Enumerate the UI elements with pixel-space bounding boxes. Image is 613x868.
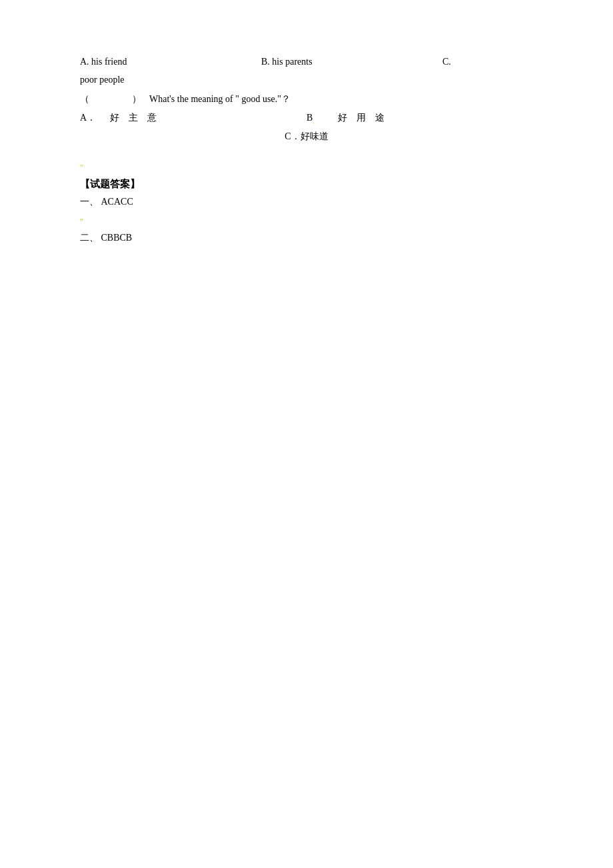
answer-part1: 一、 ACACC bbox=[80, 193, 533, 210]
section-title: 【试题答案】 bbox=[80, 175, 533, 193]
cn-option-a: A． 好 主 意 bbox=[80, 109, 306, 127]
option-c-text: C. bbox=[442, 53, 533, 70]
quote1: " bbox=[80, 162, 83, 172]
part1-label: 一、 bbox=[80, 197, 99, 207]
poor-people-text: poor people bbox=[80, 75, 124, 85]
question-line: （ ） What's the meaning of " good use."？ bbox=[80, 91, 533, 107]
answer-part2: 二、 CBBCB bbox=[80, 229, 533, 246]
part2-value: CBBCB bbox=[101, 233, 133, 243]
b-dot: . bbox=[312, 117, 314, 124]
cn-a-char3: 意 bbox=[147, 113, 157, 123]
question-text: What's the meaning of " good use."？ bbox=[149, 91, 533, 107]
cn-b-char1: 好 bbox=[338, 113, 347, 123]
cn-b-label: B. bbox=[306, 113, 324, 123]
part2-label: 二、 bbox=[80, 233, 99, 243]
bracket-open: （ bbox=[80, 91, 89, 107]
answer-title-text: 【试题答案】 bbox=[80, 179, 140, 189]
options-row-1: A. his friend B. his parents C. bbox=[80, 53, 533, 70]
cn-option-c-row: C．好味道 bbox=[80, 128, 533, 145]
cn-b-char3: 途 bbox=[375, 113, 384, 123]
cn-a-char1: 好 bbox=[110, 113, 119, 123]
cn-option-b: B. 好 用 途 bbox=[306, 109, 533, 127]
quote-mark-2: " bbox=[80, 213, 533, 229]
bracket-close: ） bbox=[132, 91, 141, 107]
part1-value: ACACC bbox=[101, 197, 133, 207]
cn-a-label: A． bbox=[80, 113, 96, 123]
option-b-text: B. his parents bbox=[261, 53, 442, 70]
page-content: A. his friend B. his parents C. poor peo… bbox=[80, 53, 533, 246]
answers-section: " 【试题答案】 一、 ACACC " 二、 CBBCB bbox=[80, 159, 533, 247]
cn-a-char2: 主 bbox=[129, 113, 138, 123]
poor-people-line: poor people bbox=[80, 71, 533, 88]
cn-c-text: C．好味道 bbox=[285, 131, 328, 141]
cn-options-ab-row: A． 好 主 意 B. 好 用 途 bbox=[80, 109, 533, 127]
cn-b-char2: 用 bbox=[356, 113, 366, 123]
quote-mark-1: " bbox=[80, 159, 533, 175]
option-a-text: A. his friend bbox=[80, 53, 261, 70]
quote2: " bbox=[80, 216, 83, 226]
